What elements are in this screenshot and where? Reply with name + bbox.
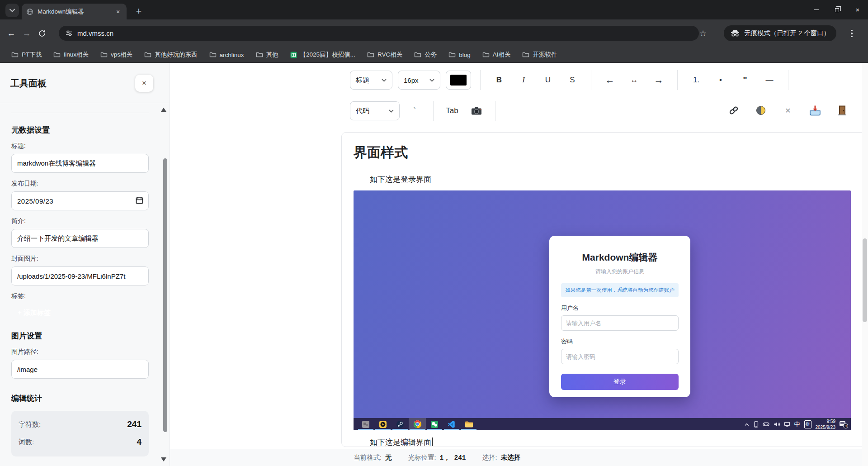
taskbar-vscode-icon[interactable] (443, 418, 460, 430)
logout-button[interactable] (836, 105, 848, 116)
back-button[interactable]: ← (4, 26, 19, 41)
strikethrough-button[interactable]: S (563, 71, 582, 89)
tool-panel-title: 工具面板 (10, 77, 47, 90)
editor-statusbar: 当前格式: 无 光标位置: 1， 241 选择: 未选择 (170, 449, 868, 466)
tool-panel-body: 元数据设置 标题: 发布日期: 简介: 封面图片: 标签: + 添加标签 图片设… (0, 104, 170, 466)
tray-network-icon[interactable] (784, 422, 790, 427)
tray-pinyin-indicator[interactable]: 拼 (804, 420, 811, 428)
bookmark-folder[interactable]: 其他好玩的东西 (140, 49, 202, 61)
paragraph-text: 如下这是编辑界面 (370, 438, 431, 447)
incognito-badge[interactable]: 无痕模式（已打开 2 个窗口） (724, 25, 836, 41)
bookmark-folder[interactable]: archlinux (205, 50, 248, 60)
clear-format-button[interactable]: × (782, 105, 794, 116)
notification-center-icon[interactable]: 9 (840, 421, 847, 428)
bookmark-star-icon[interactable]: ☆ (695, 26, 711, 41)
inline-code-button[interactable]: ` (405, 102, 424, 120)
username-input[interactable] (561, 315, 679, 331)
taskbar-chrome-icon[interactable] (409, 418, 426, 430)
restore-button[interactable] (826, 0, 847, 19)
intro-field[interactable] (11, 229, 149, 248)
bookmark-label: 开源软件 (533, 51, 557, 59)
tray-gamepad-icon[interactable] (763, 422, 769, 427)
add-tag-button[interactable]: + 添加标签 (18, 309, 51, 317)
bookmark-folder[interactable]: 其他 (252, 49, 283, 61)
bookmark-folder[interactable]: RVC相关 (363, 49, 406, 61)
publish-date-field[interactable] (11, 191, 149, 210)
bookmark-folder[interactable]: 开源软件 (518, 49, 561, 61)
bookmark-folder[interactable]: AI相关 (478, 49, 515, 61)
align-right-button[interactable]: → (649, 71, 668, 89)
bookmark-folder[interactable]: linux相关 (49, 49, 93, 61)
font-size-select[interactable]: 16px (398, 71, 440, 90)
panel-scrollbar-thumb[interactable] (163, 158, 167, 432)
folder-icon (482, 52, 490, 58)
bookmark-label: 公务 (425, 51, 437, 59)
image-path-field[interactable] (11, 360, 149, 379)
code-select-value: 代码 (356, 107, 369, 115)
code-select[interactable]: 代码 (350, 101, 400, 120)
font-color-picker[interactable] (446, 71, 471, 90)
tab-close-icon[interactable]: × (114, 8, 122, 16)
horizontal-rule-button[interactable]: — (760, 71, 779, 89)
panel-scroll-up-arrow[interactable] (161, 108, 166, 112)
tab-indent-button[interactable]: Tab (443, 102, 462, 120)
quote-button[interactable]: " (736, 71, 755, 89)
align-center-button[interactable]: ↔ (625, 71, 644, 89)
calendar-icon[interactable] (136, 196, 143, 204)
forward-button[interactable]: → (19, 26, 34, 41)
url-text[interactable]: md.vmss.cn (77, 29, 113, 37)
align-left-button[interactable]: ← (600, 71, 619, 89)
taskbar-steam-icon[interactable] (392, 418, 409, 430)
new-tab-button[interactable]: + (132, 5, 146, 18)
tune-icon[interactable] (65, 29, 73, 37)
bold-button[interactable]: B (490, 71, 509, 89)
taskbar-potplayer-icon[interactable] (374, 418, 392, 430)
underline-button[interactable]: U (538, 71, 557, 89)
save-draft-button[interactable] (809, 105, 821, 116)
address-bar[interactable]: md.vmss.cn (59, 26, 699, 41)
tray-speaker-icon[interactable] (774, 422, 780, 427)
browser-tab[interactable]: Markdown编辑器 × (22, 4, 127, 19)
editor-document[interactable]: 界面样式 如下这是登录界面 Markdown编辑器 请输入您的账户信息 如果您是… (341, 132, 868, 447)
bookmark-folder[interactable]: blog (444, 50, 475, 60)
theme-toggle-button[interactable] (755, 105, 767, 116)
copy-link-button[interactable] (728, 105, 740, 116)
close-window-button[interactable]: × (847, 0, 868, 19)
bookmark-folder[interactable]: 公务 (410, 49, 441, 61)
tray-clock[interactable]: 9:59 2025/9/23 (816, 418, 836, 430)
bookmark-folder[interactable]: PT下载 (7, 49, 46, 61)
taskbar-wechat-icon[interactable] (426, 418, 443, 430)
bookmarks-bar: PT下载 linux相关 vps相关 其他好玩的东西 archlinux 其他 … (0, 47, 868, 63)
bullet-list-button[interactable]: • (711, 71, 730, 89)
bookmark-sheet[interactable]: 【2025届】校招信... (286, 49, 359, 61)
title-field[interactable] (11, 154, 149, 173)
moon-icon (755, 105, 766, 116)
browser-window: Markdown编辑器 × + × ← → md.vmss.cn ☆ 无痕模式（… (0, 0, 868, 466)
panel-close-button[interactable]: × (135, 75, 153, 92)
tab-search-button[interactable] (5, 4, 19, 17)
page-scrollbar-thumb[interactable] (863, 238, 867, 322)
tray-date: 2025/9/23 (816, 425, 836, 430)
login-button[interactable]: 登录 (561, 374, 679, 390)
browser-menu-icon[interactable] (847, 29, 856, 38)
taskbar-game-icon[interactable] (357, 418, 374, 430)
word-count-row: 词数: 4 (19, 437, 142, 447)
bookmark-folder[interactable]: vps相关 (96, 49, 137, 61)
reload-button[interactable] (34, 26, 50, 41)
tray-ime-indicator[interactable]: 中 (794, 420, 800, 428)
login-title: Markdown编辑器 (561, 251, 679, 264)
link-icon (728, 105, 739, 116)
tray-chevron-up-icon[interactable] (744, 423, 750, 426)
minimize-button[interactable] (806, 0, 826, 19)
tray-phone-icon[interactable] (754, 421, 759, 428)
cover-image-field[interactable] (11, 266, 149, 285)
ordered-list-button[interactable]: 1. (687, 71, 706, 89)
heading-select-value: 标题 (356, 76, 369, 85)
taskbar-explorer-icon[interactable] (460, 418, 477, 430)
panel-scroll-down-arrow[interactable] (161, 457, 166, 461)
insert-image-button[interactable] (467, 102, 486, 120)
heading-select[interactable]: 标题 (350, 71, 392, 90)
password-input[interactable] (561, 349, 679, 364)
italic-button[interactable]: I (514, 71, 533, 89)
page-scrollbar[interactable] (862, 63, 868, 466)
